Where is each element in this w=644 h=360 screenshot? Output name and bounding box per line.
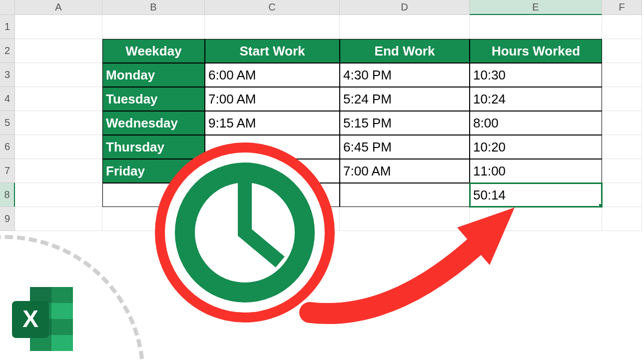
col-header-b[interactable]: B [102,0,205,15]
cell-end[interactable]: 4:30 PM [340,63,470,87]
cell-weekday[interactable]: Monday [102,63,205,87]
table-header-weekday[interactable]: Weekday [102,39,205,63]
cell-c1[interactable] [205,15,340,39]
cell-f1[interactable] [602,15,642,39]
row-header-8[interactable]: 8 [0,183,15,207]
cell-start[interactable] [205,135,340,159]
col-header-e[interactable]: E [470,0,602,15]
cell-f8[interactable] [602,183,642,207]
cell-f9[interactable] [602,207,642,231]
cell-a4[interactable] [15,87,102,111]
table-header-start[interactable]: Start Work [205,39,340,63]
cell-start[interactable]: 7:00 AM [205,87,340,111]
cell-f7[interactable] [602,159,642,183]
row-header-6[interactable]: 6 [0,135,15,159]
cell-a9[interactable] [15,207,102,231]
cell-d8[interactable] [340,183,470,207]
cell-weekday[interactable]: Tuesday [102,87,205,111]
row-header-1[interactable]: 1 [0,15,15,39]
cell-d9[interactable] [340,207,470,231]
cell-start[interactable]: 9:15 AM [205,111,340,135]
select-all-corner[interactable] [0,0,15,15]
table-header-hours[interactable]: Hours Worked [470,39,602,63]
column-headers: A B C D E F [15,0,642,15]
col-header-a[interactable]: A [15,0,102,15]
table-header-end[interactable]: End Work [340,39,470,63]
cell-weekday[interactable]: Thursday [102,135,205,159]
cell-weekday[interactable]: Friday [102,159,205,183]
cell-b1[interactable] [102,15,205,39]
row-header-5[interactable]: 5 [0,111,15,135]
cell-f2[interactable] [602,39,642,63]
row-headers: 1 2 3 4 5 6 7 8 9 [0,15,15,231]
row-header-4[interactable]: 4 [0,87,15,111]
cell-weekday[interactable]: Wednesday [102,111,205,135]
cell-b9[interactable] [102,207,205,231]
cell-hours[interactable]: 8:00 [470,111,602,135]
cell-total-hours[interactable]: 50:14 [470,183,602,207]
cell-a1[interactable] [15,15,102,39]
cell-c8[interactable] [205,183,340,207]
cell-a8[interactable] [15,183,102,207]
cell-d1[interactable] [340,15,470,39]
cell-end[interactable]: 5:15 PM [340,111,470,135]
row-header-3[interactable]: 3 [0,63,15,87]
cell-hours[interactable]: 10:24 [470,87,602,111]
cell-b8[interactable] [102,183,205,207]
cell-a7[interactable] [15,159,102,183]
cell-e1[interactable] [470,15,602,39]
cell-e9[interactable] [470,207,602,231]
cell-hours[interactable]: 10:30 [470,63,602,87]
row-header-2[interactable]: 2 [0,39,15,63]
cell-f3[interactable] [602,63,642,87]
row-header-9[interactable]: 9 [0,207,15,231]
col-header-c[interactable]: C [205,0,340,15]
cell-grid: Weekday Start Work End Work Hours Worked… [15,15,642,231]
cell-end[interactable]: 5:24 PM [340,87,470,111]
cell-start[interactable]: 6:00 AM [205,63,340,87]
row-header-7[interactable]: 7 [0,159,15,183]
cell-end[interactable]: 6:45 PM [340,135,470,159]
spreadsheet: A B C D E F 1 2 3 4 5 6 7 8 9 Weekday St… [0,0,644,360]
cell-c9[interactable] [205,207,340,231]
cell-a3[interactable] [15,63,102,87]
cell-start[interactable] [205,159,340,183]
cell-f4[interactable] [602,87,642,111]
cell-hours[interactable]: 11:00 [470,159,602,183]
cell-f6[interactable] [602,135,642,159]
col-header-d[interactable]: D [340,0,470,15]
cell-a2[interactable] [15,39,102,63]
cell-hours[interactable]: 10:20 [470,135,602,159]
cell-a6[interactable] [15,135,102,159]
cell-f5[interactable] [602,111,642,135]
col-header-f[interactable]: F [602,0,642,15]
cell-a5[interactable] [15,111,102,135]
cell-end[interactable]: 7:00 AM [340,159,470,183]
